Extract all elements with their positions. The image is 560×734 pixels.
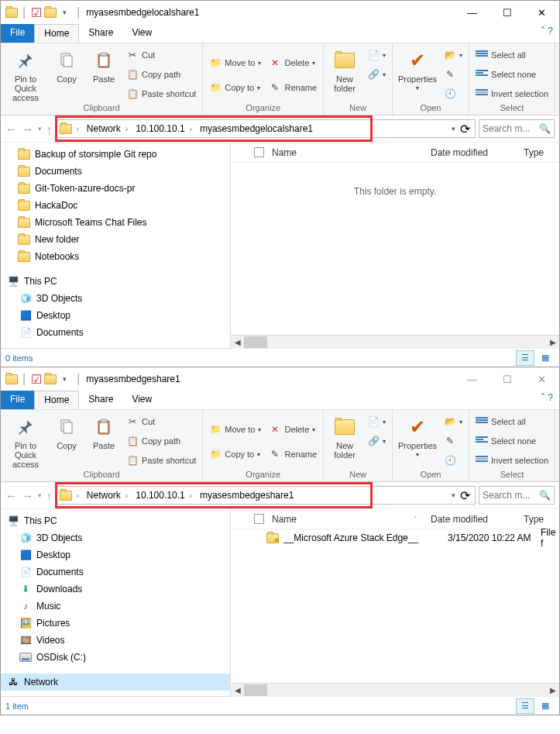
copy-to-button[interactable]: 📁Copy to▾ [206, 79, 264, 96]
tab-home[interactable]: Home [34, 24, 79, 43]
col-name[interactable]: Name˄ [231, 509, 424, 529]
tab-share[interactable]: Share [79, 24, 122, 43]
tree-network[interactable]: 🖧Network [1, 674, 230, 691]
up-button[interactable]: ↑ [46, 122, 53, 136]
copy-path-button[interactable]: 📋Copy path [123, 66, 199, 83]
tab-file[interactable]: File [1, 24, 34, 43]
tree-this-pc[interactable]: 🖥️This PC [1, 512, 230, 529]
ribbon-collapse-button[interactable]: ˄ ? [534, 389, 559, 408]
move-to-button[interactable]: 📁Move to▾ [206, 54, 264, 71]
paste-shortcut-button[interactable]: 📋Paste shortcut [123, 452, 199, 469]
breadcrumb-ip[interactable]: 10.100.10.1› [132, 487, 197, 504]
cut-button[interactable]: ✂Cut [123, 47, 199, 64]
scroll-left[interactable]: ◀ [231, 684, 244, 697]
horizontal-scrollbar[interactable]: ◀ ▶ [231, 335, 559, 348]
select-all-checkbox[interactable] [254, 514, 264, 524]
minimize-button[interactable]: — [455, 367, 490, 391]
rename-button[interactable]: ✎Rename [266, 79, 320, 96]
address-bar[interactable]: › Network› 10.100.10.1› myasesmbedgeloca… [56, 119, 476, 138]
scroll-right[interactable]: ▶ [546, 336, 559, 349]
invert-selection-button[interactable]: Invert selection [472, 452, 551, 469]
details-view-button[interactable]: ☰ [516, 350, 534, 366]
icons-view-button[interactable]: ▦ [536, 698, 555, 714]
back-button[interactable]: ← [5, 122, 17, 136]
close-button[interactable]: ✕ [524, 1, 559, 24]
close-button[interactable]: ✕ [524, 367, 559, 391]
forward-button[interactable]: → [22, 489, 33, 502]
move-to-button[interactable]: 📁Move to▾ [206, 421, 264, 438]
paste-button[interactable]: Paste [86, 45, 122, 102]
history-button[interactable]: 🕘 [441, 452, 466, 469]
pin-to-quick-access-button[interactable]: Pin to Quick access [4, 45, 47, 102]
tab-share[interactable]: Share [79, 391, 122, 409]
delete-button[interactable]: ✕Delete▾ [266, 421, 320, 438]
copy-to-button[interactable]: 📁Copy to▾ [206, 446, 264, 463]
tree-item[interactable]: ♪Music [1, 598, 230, 615]
cut-button[interactable]: ✂Cut [123, 413, 199, 430]
new-item-button[interactable]: 📄▾ [364, 47, 389, 64]
tree-item[interactable]: 🧊3D Objects [1, 290, 230, 307]
properties-button[interactable]: ✔Properties▾ [396, 412, 439, 469]
copy-button[interactable]: Copy [49, 45, 84, 102]
list-item[interactable]: ✸__Microsoft Azure Stack Edge__ 3/15/202… [231, 529, 559, 546]
open-button[interactable]: 📂▾ [441, 413, 466, 430]
edit-button[interactable]: ✎ [441, 66, 466, 83]
col-type[interactable]: Type [517, 509, 551, 529]
tree-item[interactable]: 🧊3D Objects [1, 529, 230, 546]
pin-to-quick-access-button[interactable]: Pin to Quick access [4, 412, 47, 469]
details-view-button[interactable]: ☰ [516, 698, 534, 714]
tree-item[interactable]: Git-Token-azure-docs-pr [1, 180, 230, 197]
minimize-button[interactable]: — [455, 1, 490, 24]
maximize-button[interactable]: ☐ [490, 367, 524, 391]
history-button[interactable]: 🕘 [441, 85, 466, 102]
copy-path-button[interactable]: 📋Copy path [123, 432, 199, 450]
invert-selection-button[interactable]: Invert selection [472, 85, 551, 102]
address-bar[interactable]: › Network› 10.100.10.1› myasesmbedgeshar… [56, 486, 476, 505]
breadcrumb-ip[interactable]: 10.100.10.1› [132, 120, 197, 137]
tree-item[interactable]: 🎞️Videos [1, 632, 230, 649]
paste-button[interactable]: Paste [86, 412, 122, 469]
select-none-button[interactable]: Select none [472, 66, 551, 83]
maximize-button[interactable]: ☐ [490, 1, 524, 24]
qat-dropdown-icon[interactable]: ▾ [58, 6, 70, 19]
new-folder-button[interactable]: New folder [327, 45, 362, 102]
tree-item[interactable]: Documents [1, 163, 230, 180]
new-folder-button[interactable]: New folder [327, 412, 362, 469]
refresh-button[interactable]: ⟳ [457, 488, 473, 503]
address-dropdown[interactable]: ▾ [452, 125, 455, 133]
tree-item[interactable]: HackaDoc [1, 197, 230, 214]
address-dropdown[interactable]: ▾ [452, 491, 455, 499]
refresh-button[interactable]: ⟳ [457, 122, 473, 136]
open-button[interactable]: 📂▾ [441, 47, 466, 64]
col-name[interactable]: Name [231, 143, 424, 162]
tab-home[interactable]: Home [34, 391, 79, 409]
scroll-left[interactable]: ◀ [231, 336, 244, 349]
folder-open-qat-icon[interactable] [44, 6, 57, 19]
tree-item[interactable]: Notebooks [1, 248, 230, 265]
breadcrumb-share[interactable]: myasesmbedgeshare1 [197, 487, 297, 504]
breadcrumb-network[interactable]: Network› [84, 487, 132, 504]
qat-dropdown-icon[interactable]: ▾ [58, 373, 70, 385]
easy-access-button[interactable]: 🔗▾ [364, 66, 389, 83]
tree-item[interactable]: New folder [1, 231, 230, 248]
tab-file[interactable]: File [1, 391, 34, 409]
properties-button[interactable]: ✔ Properties▾ [396, 45, 439, 102]
tree-item[interactable]: 📄Documents [1, 324, 230, 341]
tab-view[interactable]: View [122, 391, 161, 409]
breadcrumb-share[interactable]: myasesmbedgelocalshare1 [197, 120, 316, 137]
tree-item[interactable]: 🟦Desktop [1, 307, 230, 324]
tree-item[interactable]: OSDisk (C:) [1, 649, 230, 666]
icons-view-button[interactable]: ▦ [536, 350, 555, 366]
breadcrumb-network[interactable]: Network› [84, 120, 132, 137]
new-item-button[interactable]: 📄▾ [364, 413, 389, 430]
horizontal-scrollbar[interactable]: ◀ ▶ [231, 683, 559, 696]
select-all-checkbox[interactable] [254, 147, 264, 157]
tree-item[interactable]: 🖼️Pictures [1, 615, 230, 632]
navigation-pane[interactable]: Backup of storsimple Git repo Documents … [1, 143, 230, 348]
edit-button[interactable]: ✎ [441, 432, 466, 450]
tree-item[interactable]: ⬇Downloads [1, 581, 230, 598]
col-date[interactable]: Date modified [424, 143, 517, 162]
properties-qat-icon[interactable]: ☑ [30, 6, 43, 19]
recent-dropdown[interactable]: ▾ [38, 491, 42, 499]
search-input[interactable]: Search m... 🔍 [479, 119, 555, 138]
